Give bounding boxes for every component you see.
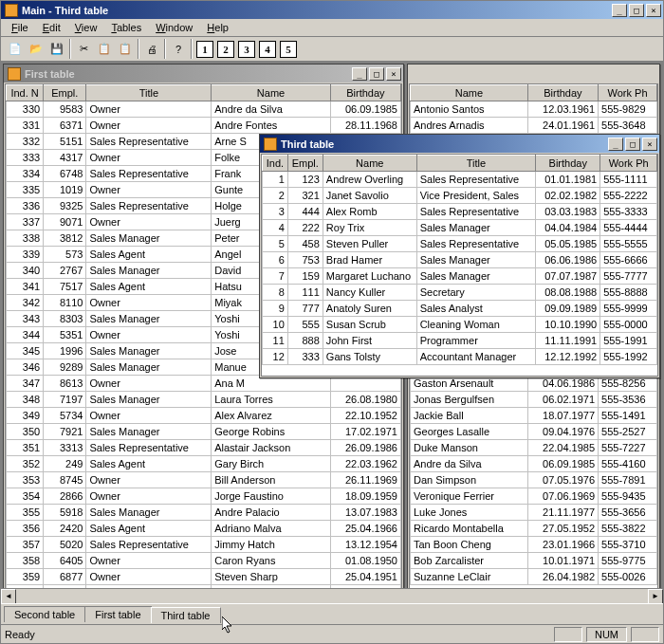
tab-first-table[interactable]: First table — [84, 606, 151, 622]
table-row[interactable]: Jackie Ball18.07.1977555-1491 — [411, 408, 657, 424]
third-table-grid[interactable]: Ind. Empl. Name Title Birthday Work Ph 1… — [261, 154, 658, 377]
col-birthday[interactable]: Birthday — [330, 85, 400, 101]
table-row[interactable]: Georges Lasalle09.04.1976555-2527 — [411, 424, 657, 440]
save-button[interactable]: 💾 — [46, 39, 67, 59]
table-row[interactable]: 10555Susan ScrubCleaning Woman10.10.1990… — [263, 317, 657, 333]
col2-name[interactable]: Name — [411, 85, 528, 101]
mdi-hscrollbar[interactable]: ◄ ► — [1, 588, 663, 603]
third-table-titlebar[interactable]: Third table _ □ × — [260, 135, 659, 153]
num2-button[interactable]: 2 — [215, 39, 236, 59]
table-row[interactable]: 3495734OwnerAlex Alvarez22.10.1952 — [7, 408, 401, 424]
table-row[interactable]: 2321Janet SavolioVice President, Sales02… — [263, 188, 657, 204]
table-row[interactable]: 3555918Sales ManagerAndre Palacio13.07.1… — [7, 505, 401, 521]
menu-file[interactable]: File — [5, 21, 35, 34]
table-row[interactable]: 3316371OwnerAndre Fontes28.11.1968 — [7, 118, 401, 134]
table-row[interactable]: 12333Gans TolstyAccountant Manager12.12.… — [263, 349, 657, 365]
menu-tables[interactable]: Tables — [104, 21, 148, 34]
table-row[interactable]: 11888John FirstProgrammer11.11.1991555-1… — [263, 333, 657, 349]
table-row[interactable]: Antonio Santos12.03.1961555-9829 — [411, 101, 657, 118]
close-button[interactable]: × — [646, 4, 661, 17]
menu-view[interactable]: View — [68, 21, 104, 34]
child-max-button[interactable]: □ — [625, 138, 640, 151]
third-table-window[interactable]: Third table _ □ × Ind. Empl. Name Title … — [259, 134, 660, 378]
table-row[interactable]: Jonas Bergulfsen06.02.1971555-3536 — [411, 392, 657, 408]
paste-button[interactable]: 📋 — [115, 39, 136, 59]
open-button[interactable]: 📂 — [26, 39, 46, 59]
child-close-button[interactable]: × — [642, 138, 657, 151]
main-titlebar[interactable]: Main - Third table _ □ × — [1, 1, 663, 19]
table-row[interactable]: Veronique Ferrier07.06.1969555-9435 — [411, 488, 657, 505]
table-row[interactable]: Suzanne LeClair26.04.1982555-0026 — [411, 569, 657, 585]
table-row[interactable]: 7159Margaret LuchanoSales Manager07.07.1… — [263, 268, 657, 285]
table-row[interactable]: 1123Andrew OverlingSales Representative0… — [263, 172, 657, 188]
table-row[interactable]: Ricardo Montabella27.05.1952555-3822 — [411, 521, 657, 537]
table-row[interactable]: 3586405OwnerCaron Ryans01.08.1950 — [7, 553, 401, 569]
child-min-button[interactable]: _ — [608, 138, 623, 151]
main-title: Main - Third table — [22, 5, 612, 16]
col2-workph[interactable]: Work Ph — [599, 85, 657, 101]
help-button[interactable]: ? — [168, 39, 189, 59]
col-title[interactable]: Title — [86, 85, 212, 101]
col-name[interactable]: Name — [212, 85, 331, 101]
tab-second-table[interactable]: Second table — [4, 606, 85, 622]
minimize-button[interactable]: _ — [612, 4, 627, 17]
child-icon — [8, 67, 21, 81]
table-row[interactable]: 3507921Sales ManagerGeorge Robins17.02.1… — [7, 424, 401, 440]
col-ind[interactable]: Ind. N — [7, 85, 44, 101]
table-row[interactable]: Luke Jones21.11.1977555-3656 — [411, 505, 657, 521]
table-row[interactable]: 3575020Sales RepresentativeJimmy Hatch13… — [7, 537, 401, 553]
table-row[interactable]: Bob Zarcalister10.01.1971555-9775 — [411, 553, 657, 569]
statusbar: Ready NUM — [1, 624, 663, 643]
table-row[interactable]: Duke Manson22.04.1985555-7227 — [411, 440, 657, 456]
table-row[interactable]: Andres Arnadis24.01.1961555-3648 — [411, 118, 657, 134]
table-row[interactable]: Andre da Silva06.09.1985555-4160 — [411, 456, 657, 472]
main-window: Main - Third table _ □ × File Edit View … — [0, 0, 664, 644]
num1-button[interactable]: 1 — [194, 39, 215, 59]
col3-name[interactable]: Name — [323, 156, 416, 172]
table-row[interactable]: 3487197Sales ManagerLaura Torres26.08.19… — [7, 392, 401, 408]
num3-button[interactable]: 3 — [236, 39, 257, 59]
table-row[interactable]: 3538745OwnerBill Anderson26.11.1969 — [7, 472, 401, 488]
copy-button[interactable]: 📋 — [94, 39, 115, 59]
scroll-right-button[interactable]: ► — [648, 589, 663, 604]
table-row[interactable]: 352249Sales AgentGary Birch22.03.1962 — [7, 456, 401, 472]
col3-birthday[interactable]: Birthday — [536, 156, 600, 172]
menu-window[interactable]: Window — [149, 21, 199, 34]
menu-edit[interactable]: Edit — [36, 21, 67, 34]
col3-title[interactable]: Title — [416, 156, 536, 172]
table-row[interactable]: 6753Brad HamerSales Manager06.06.1986555… — [263, 252, 657, 268]
child-close-button[interactable]: × — [386, 67, 401, 81]
menu-help[interactable]: Help — [200, 21, 235, 34]
col3-ind[interactable]: Ind. — [263, 156, 288, 172]
num4-button[interactable]: 4 — [257, 39, 278, 59]
child-min-button[interactable]: _ — [352, 67, 367, 81]
table-row[interactable]: 3606067Sales ManagerFran Durant24.12.195… — [7, 585, 401, 589]
tab-third-table[interactable]: Third table — [151, 607, 221, 623]
col-empl[interactable]: Empl. — [44, 85, 86, 101]
maximize-button[interactable]: □ — [629, 4, 644, 17]
first-table-titlebar[interactable]: First table _ □ × — [4, 64, 403, 83]
print-button[interactable]: 🖨 — [141, 39, 162, 59]
col3-workph[interactable]: Work Ph — [600, 156, 657, 172]
table-row[interactable]: 3542866OwnerJorge Faustino18.09.1959 — [7, 488, 401, 505]
table-row[interactable]: 3309583OwnerAndre da Silva06.09.1985 — [7, 101, 401, 118]
col2-birthday[interactable]: Birthday — [527, 85, 598, 101]
table-row[interactable]: 3562420Sales AgentAdriano Malva25.04.196… — [7, 521, 401, 537]
table-row[interactable]: 4222Roy TrixSales Manager04.04.1984555-4… — [263, 220, 657, 236]
table-row[interactable]: Tan Boon Cheng23.01.1966555-3710 — [411, 537, 657, 553]
table-row[interactable]: 8111Nancy KullerSecretary08.08.1988555-8… — [263, 285, 657, 301]
child-max-button[interactable]: □ — [369, 67, 384, 81]
table-row[interactable]: Dan Simpson07.05.1976555-7891 — [411, 472, 657, 488]
table-row[interactable]: 3596877OwnerSteven Sharp25.04.1951 — [7, 569, 401, 585]
num5-button[interactable]: 5 — [278, 39, 299, 59]
table-row[interactable]: 3513313Sales RepresentativeAlastair Jack… — [7, 440, 401, 456]
table-row[interactable]: 3444Alex RombSales Representative03.03.1… — [263, 204, 657, 220]
new-button[interactable]: 📄 — [5, 39, 26, 59]
scroll-left-button[interactable]: ◄ — [1, 589, 16, 604]
status-cell-1 — [554, 627, 582, 642]
table-row[interactable]: 9777Anatoly SurenSales Analyst09.09.1989… — [263, 301, 657, 317]
status-cell-3 — [631, 627, 659, 642]
table-row[interactable]: 5458Steven PullerSales Representative05.… — [263, 236, 657, 252]
cut-button[interactable]: ✂ — [73, 39, 94, 59]
col3-empl[interactable]: Empl. — [287, 156, 323, 172]
